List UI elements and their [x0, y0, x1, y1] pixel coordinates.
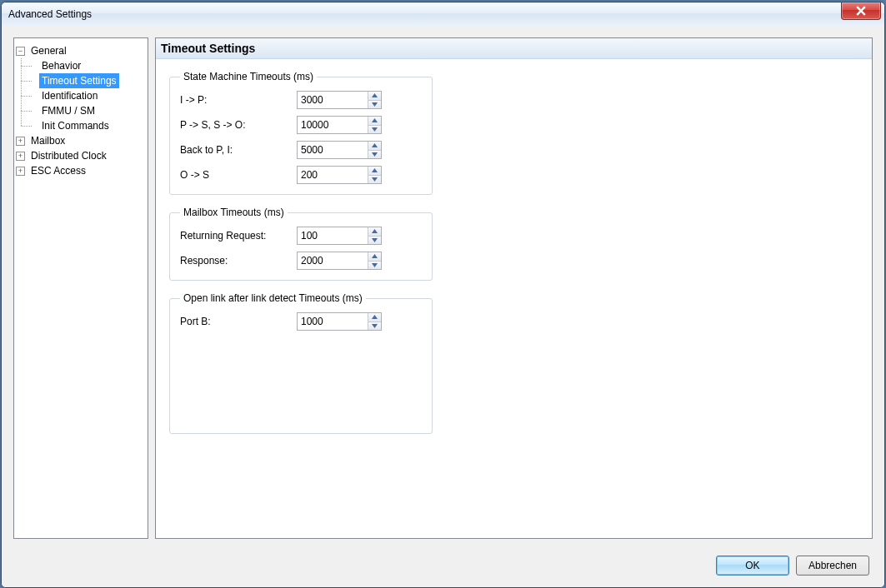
chevron-up-icon — [372, 229, 378, 233]
chevron-up-icon — [372, 315, 378, 319]
spin-up-button[interactable] — [368, 92, 381, 101]
legend-mailbox: Mailbox Timeouts (ms) — [180, 207, 288, 218]
label-p-to-s: P -> S, S -> O: — [180, 119, 290, 131]
spin-up-button[interactable] — [368, 117, 381, 126]
spinner-i-to-p[interactable] — [297, 91, 382, 109]
label-o-to-s: O -> S — [180, 169, 290, 181]
spin-down-button[interactable] — [368, 126, 381, 134]
chevron-up-icon — [372, 93, 378, 97]
chevron-up-icon — [372, 168, 378, 172]
spin-down-button[interactable] — [368, 237, 381, 245]
spinner-response[interactable] — [297, 252, 382, 270]
panel-title: Timeout Settings — [156, 38, 872, 59]
cancel-button[interactable]: Abbrechen — [796, 556, 869, 576]
titlebar[interactable]: Advanced Settings — [2, 2, 884, 27]
group-link-timeouts: Open link after link detect Timeouts (ms… — [169, 292, 433, 434]
tree-item-timeout-settings[interactable]: Timeout Settings — [27, 73, 146, 88]
spinner-port-b[interactable] — [297, 312, 382, 331]
tree-item-mailbox[interactable]: +Mailbox — [16, 133, 146, 148]
spin-up-button[interactable] — [368, 252, 381, 262]
label-port-b: Port B: — [180, 316, 290, 327]
chevron-up-icon — [372, 254, 378, 258]
tree-label-general: General — [28, 43, 69, 58]
spinner-back[interactable] — [297, 141, 382, 159]
tree-item-behavior[interactable]: Behavior — [27, 58, 146, 73]
ok-button[interactable]: OK — [716, 556, 789, 576]
spinner-o-to-s[interactable] — [297, 166, 382, 184]
input-back[interactable] — [298, 142, 368, 158]
tree-item-distributed-clock[interactable]: +Distributed Clock — [16, 148, 146, 163]
expand-icon[interactable]: + — [16, 167, 25, 176]
input-response[interactable] — [298, 252, 368, 269]
close-icon — [856, 6, 866, 16]
chevron-down-icon — [372, 238, 378, 242]
spin-down-button[interactable] — [368, 176, 381, 184]
chevron-down-icon — [372, 177, 378, 182]
spin-down-button[interactable] — [368, 101, 381, 109]
chevron-up-icon — [372, 143, 378, 147]
label-response: Response: — [180, 255, 290, 267]
spin-down-button[interactable] — [368, 262, 381, 270]
legend-link: Open link after link detect Timeouts (ms… — [180, 292, 366, 304]
input-i-to-p[interactable] — [298, 92, 368, 108]
spinner-p-to-s[interactable] — [297, 116, 382, 134]
expand-icon[interactable]: + — [16, 137, 25, 146]
group-state-machine-timeouts: State Machine Timeouts (ms) I -> P: — [169, 71, 433, 195]
spin-up-button[interactable] — [368, 227, 381, 237]
group-mailbox-timeouts: Mailbox Timeouts (ms) Returning Request: — [169, 207, 433, 281]
tree-item-identification[interactable]: Identification — [27, 88, 146, 103]
chevron-down-icon — [372, 152, 378, 157]
tree-item-general[interactable]: − General — [16, 43, 146, 58]
tree-item-esc-access[interactable]: +ESC Access — [16, 163, 146, 178]
content-pane: Timeout Settings State Machine Timeouts … — [155, 37, 873, 539]
input-o-to-s[interactable] — [298, 167, 368, 183]
expand-icon[interactable]: + — [16, 152, 25, 161]
tree-item-fmmu-sm[interactable]: FMMU / SM — [27, 103, 146, 118]
chevron-down-icon — [372, 263, 378, 267]
chevron-down-icon — [372, 324, 378, 328]
collapse-icon[interactable]: − — [16, 47, 25, 56]
client-area: − General Behavior Timeout Settings Iden… — [2, 26, 884, 587]
input-p-to-s[interactable] — [298, 117, 368, 133]
input-returning-request[interactable] — [298, 227, 368, 244]
spin-down-button[interactable] — [368, 151, 381, 159]
window-title: Advanced Settings — [8, 8, 92, 20]
chevron-up-icon — [372, 118, 378, 122]
input-port-b[interactable] — [298, 313, 368, 330]
spinner-returning-request[interactable] — [297, 227, 382, 245]
dialog-button-bar: OK Abbrechen — [716, 556, 869, 576]
label-back: Back to P, I: — [180, 144, 290, 156]
tree-item-init-commands[interactable]: Init Commands — [27, 118, 146, 133]
spin-up-button[interactable] — [368, 167, 381, 176]
chevron-down-icon — [372, 127, 378, 132]
dialog-window: Advanced Settings − General Behavior — [1, 2, 885, 588]
spin-down-button[interactable] — [368, 322, 381, 331]
navigation-tree[interactable]: − General Behavior Timeout Settings Iden… — [13, 37, 148, 539]
spin-up-button[interactable] — [368, 142, 381, 151]
legend-state: State Machine Timeouts (ms) — [180, 71, 317, 82]
close-button[interactable] — [841, 2, 881, 20]
label-i-to-p: I -> P: — [180, 94, 290, 106]
spin-up-button[interactable] — [368, 313, 381, 322]
chevron-down-icon — [372, 102, 378, 107]
label-returning-request: Returning Request: — [180, 230, 290, 242]
